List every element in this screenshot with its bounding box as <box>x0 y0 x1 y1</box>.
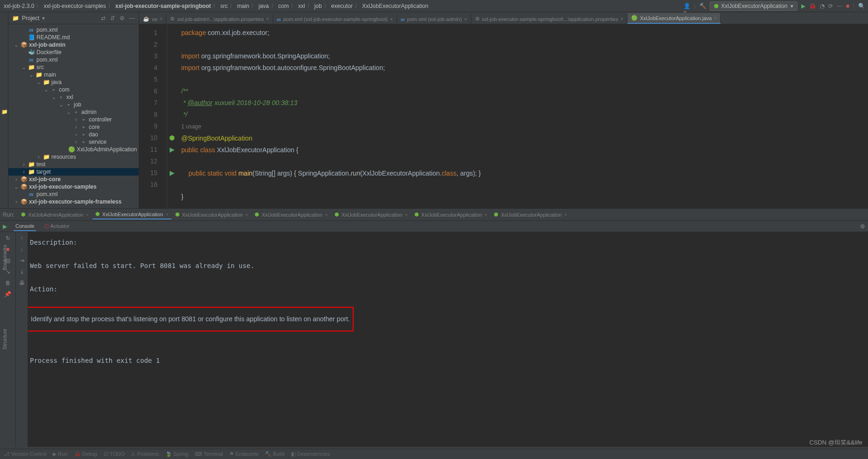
run-tab[interactable]: ⬢ XxlJobAdminApplication × <box>18 210 91 219</box>
run-config-selector[interactable]: ⬢ XxlJobExecutorApplication ▾ <box>710 1 797 11</box>
breadcrumb-item[interactable]: xxl-job-executor-sample-springboot <box>114 3 212 9</box>
statusbar-item[interactable]: ⌨ Terminal <box>195 451 223 457</box>
structure-tool[interactable]: Structure <box>0 327 9 352</box>
statusbar-item[interactable]: ▶ Run <box>53 451 67 457</box>
breadcrumb-item[interactable]: com <box>277 3 290 9</box>
profiler-icon[interactable]: ⟳ <box>828 3 833 9</box>
editor-tab[interactable]: 🟢 XxlJobExecutorApplication.java × <box>627 13 721 24</box>
project-tree[interactable]: mpom.xml📘README.md⌄📦xxl-job-admin🐳Docker… <box>8 24 139 208</box>
tree-node[interactable]: 🟢XxlJobAdminApplication <box>8 146 139 153</box>
tree-node[interactable]: ⌄▫com <box>8 86 139 93</box>
close-icon[interactable]: × <box>85 212 88 218</box>
tree-node[interactable]: ›▫dao <box>8 131 139 138</box>
hide-icon[interactable]: — <box>129 15 135 21</box>
close-icon[interactable]: × <box>160 16 163 21</box>
breadcrumbs[interactable]: xxl-job-2.3.0〉xxl-job-executor-samples〉x… <box>3 2 429 10</box>
statusbar-item[interactable]: 🍃 Spring <box>165 451 188 457</box>
close-icon[interactable]: × <box>620 16 623 21</box>
close-icon[interactable]: × <box>325 212 327 218</box>
run-tab[interactable]: ⬢ XxlJobExecutorApplication × <box>172 210 251 219</box>
breadcrumb-item[interactable]: executor <box>330 3 354 9</box>
breadcrumb-item[interactable]: src <box>219 3 228 9</box>
coverage-icon[interactable]: ◔ <box>820 3 825 9</box>
tree-node[interactable]: ⌄📦xxl-job-executor-samples <box>8 183 139 191</box>
stop-icon[interactable]: ■ <box>846 3 849 9</box>
close-icon[interactable]: × <box>245 212 248 218</box>
tree-node[interactable]: ›📁target <box>8 168 139 176</box>
gear-icon[interactable]: ⚙ <box>120 15 125 21</box>
tree-node[interactable]: ›▫service <box>8 138 139 146</box>
wrap-icon[interactable]: ⇥ <box>20 257 24 264</box>
statusbar-item[interactable]: 🔨 Build <box>265 451 285 457</box>
tree-node[interactable]: ⌄▫admin <box>8 108 139 116</box>
console-output[interactable]: Description: Web server failed to start.… <box>28 232 868 447</box>
debug-icon[interactable]: 🐞 <box>809 3 816 9</box>
run-icon[interactable]: ▶ <box>801 3 805 9</box>
code-editor[interactable]: package com.xxl.job.executor; import org… <box>177 24 868 208</box>
tree-node[interactable]: mpom.xml <box>8 191 139 198</box>
tree-node[interactable]: ›▫core <box>8 123 139 131</box>
tree-node[interactable]: ›▫controller <box>8 116 139 123</box>
run-tab[interactable]: ⬢ XxlJobExecutorApplication × <box>412 210 491 219</box>
tree-node[interactable]: ⌄📁src <box>8 64 139 71</box>
close-icon[interactable]: × <box>390 17 393 22</box>
close-icon[interactable]: × <box>405 212 407 218</box>
pin-icon[interactable]: 📌 <box>4 291 11 297</box>
tree-node[interactable]: ›📁test <box>8 161 139 168</box>
statusbar-item[interactable]: ⎇ Version Control <box>4 451 46 457</box>
close-icon[interactable]: × <box>464 17 467 22</box>
down-icon[interactable]: ↓ <box>21 246 23 253</box>
build-icon[interactable]: 🔨 <box>699 3 706 9</box>
run-subtab[interactable]: ⬡ Actuator <box>43 222 71 231</box>
editor-tabs[interactable]: ☕ va ×⚙ xxl-job-admin\...\application.pr… <box>139 12 868 24</box>
close-icon[interactable]: × <box>165 212 168 217</box>
collapse-all-icon[interactable]: ⇵ <box>110 15 115 21</box>
tree-node[interactable]: mpom.xml <box>8 56 139 64</box>
attach-icon[interactable]: ⋯ <box>837 3 842 9</box>
run-subtab[interactable]: Console <box>14 222 36 231</box>
editor-tab[interactable]: ☕ va × <box>139 14 166 24</box>
run-tab[interactable]: ⬢ XxlJobExecutorApplication × <box>252 210 331 219</box>
breadcrumb-item[interactable]: xxl <box>297 3 306 9</box>
tree-node[interactable]: ⌄▫xxl <box>8 93 139 101</box>
tree-node[interactable]: mpom.xml <box>8 26 139 34</box>
bookmarks-tool[interactable]: Bookmarks <box>0 243 9 272</box>
editor-tab[interactable]: m pom.xml (xxl-job-executor-sample-sprin… <box>273 14 397 24</box>
tree-node[interactable]: 🐳Dockerfile <box>8 49 139 56</box>
breadcrumb-item[interactable]: XxlJobExecutorApplication <box>361 3 429 9</box>
tree-node[interactable]: 📘README.md <box>8 34 139 41</box>
statusbar-item[interactable]: ⚑ Endpoints <box>229 451 258 457</box>
search-icon[interactable]: 🔍 <box>858 3 865 9</box>
statusbar-item[interactable]: 🐞 Debug <box>74 451 97 457</box>
editor-tab[interactable]: m pom.xml (xxl-job-admin) × <box>397 14 471 24</box>
editor-tab[interactable]: ⚙ xxl-job-admin\...\application.properti… <box>166 14 273 24</box>
up-icon[interactable]: ↑ <box>21 235 23 241</box>
tree-node[interactable]: ›📦xxl-job-executor-sample-frameless <box>8 198 139 205</box>
tree-node[interactable]: ›📁resources <box>8 153 139 161</box>
statusbar-item[interactable]: ⚠ Problems <box>131 451 159 457</box>
run-tab[interactable]: ⬢ XxlJobExecutorApplication × <box>491 210 570 219</box>
run-tab[interactable]: ⬢ XxlJobExecutorApplication × <box>92 210 171 219</box>
breadcrumb-item[interactable]: java <box>257 3 270 9</box>
select-opened-icon[interactable]: ⇄ <box>101 15 106 21</box>
close-icon[interactable]: × <box>714 15 717 21</box>
statusbar-item[interactable]: ◧ Dependencies <box>291 451 330 457</box>
tree-node[interactable]: ›📦xxl-job-core <box>8 176 139 183</box>
editor-tab[interactable]: ⚙ xxl-job-executor-sample-springboot\...… <box>471 14 627 24</box>
breadcrumb-item[interactable]: xxl-job-executor-samples <box>43 3 107 9</box>
print-icon[interactable]: 🖶 <box>19 280 25 286</box>
settings-icon[interactable]: ⚙ <box>860 223 865 230</box>
close-icon[interactable]: × <box>266 16 269 21</box>
breadcrumb-item[interactable]: job <box>313 3 323 9</box>
breadcrumb-item[interactable]: main <box>236 3 250 9</box>
tree-node[interactable]: ⌄📁java <box>8 78 139 86</box>
close-icon[interactable]: × <box>564 212 567 218</box>
user-icon[interactable]: 👤▾ <box>683 3 690 9</box>
statusbar-item[interactable]: ☑ TODO <box>104 451 124 457</box>
tree-node[interactable]: ⌄▫job <box>8 101 139 108</box>
chevron-down-icon[interactable]: ▾ <box>42 15 45 21</box>
run-tab[interactable]: ⬢ XxlJobExecutorApplication × <box>332 210 411 219</box>
tree-node[interactable]: ⌄📁main <box>8 71 139 78</box>
rerun-icon[interactable]: ▶ <box>3 223 7 230</box>
run-tabs[interactable]: Run: ⬢ XxlJobAdminApplication ×⬢ XxlJobE… <box>0 209 868 221</box>
